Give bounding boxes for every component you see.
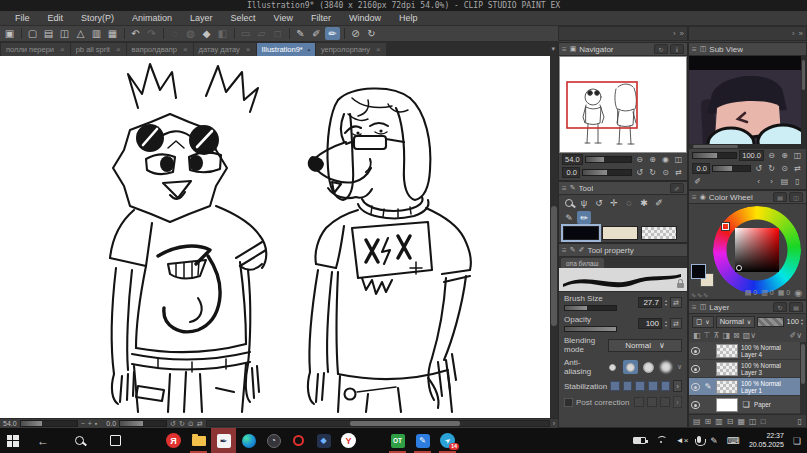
close-icon[interactable]: × [183,45,188,54]
collapsed-panel-strip[interactable]: › » [558,26,688,41]
sub-view-image[interactable] [689,56,806,149]
collapse-all-icon[interactable]: » [680,29,684,38]
sub-view-zoom-slider[interactable] [692,152,737,159]
zoom-out-icon[interactable]: ⊖ [766,151,777,161]
panel-menu-icon[interactable]: ≡ [692,45,697,54]
search-button[interactable] [61,428,97,453]
fill-icon[interactable]: ◆ [199,27,214,40]
navigator-rotation-value[interactable]: 0.0 [562,167,580,178]
zoom-in-icon[interactable]: ⊕ [647,155,658,165]
snap-guide-icon[interactable]: ✏ [325,27,340,40]
canvas-zoom-slider[interactable] [20,420,78,427]
layer-blend-mode-dropdown[interactable]: Normal ∨ [716,316,756,328]
stabilization-expand-button[interactable]: › [673,380,682,392]
rotate-view-icon[interactable]: ↻ [364,27,379,40]
microphone-icon[interactable] [697,436,701,443]
opacity-slider[interactable] [564,326,617,332]
zoom-in-icon[interactable]: ⊕ [779,151,790,161]
visibility-eye-icon[interactable] [691,365,700,373]
menu-file[interactable]: File [6,13,39,23]
import-icon[interactable]: ▥ [89,27,104,40]
yandex-browser-icon[interactable]: Я [161,428,186,453]
set-as-reference-icon[interactable]: ▧∨ [743,331,756,340]
scrollbar-thumb[interactable] [551,206,557,326]
navigator-tab-info-icon[interactable]: ℹ [670,44,684,54]
scrollbar-thumb[interactable] [350,421,459,426]
new-layer-icon[interactable]: ▤ [693,417,701,426]
menu-animation[interactable]: Animation [123,13,181,23]
document-tab[interactable]: датау датау × [194,43,256,56]
rotate-reset-icon[interactable]: ⊙ [188,420,194,428]
post-correction-expand-button[interactable]: › [673,396,682,408]
lock-icon[interactable] [677,283,684,288]
close-icon[interactable]: × [246,45,251,54]
layer-opacity-slider[interactable] [757,317,784,327]
menu-story[interactable]: Story(P) [72,13,123,23]
document-tab[interactable]: уепролорпану × [316,43,386,56]
zoom-out-icon[interactable]: − [81,420,85,427]
rotate-right-icon[interactable]: ↻ [647,168,658,178]
layer-color-dropdown[interactable]: ◻ ∨ [692,316,714,328]
hex-icon[interactable]: ▦ 0 [778,289,790,297]
transfer-layer-icon[interactable]: ⊟ [727,417,734,426]
navigator-zoom-value[interactable]: 54.0 [562,154,583,165]
undo-icon[interactable]: ↶ [128,27,143,40]
layer-thumbnail[interactable] [716,380,738,394]
layer-thumbnail[interactable] [716,362,738,376]
scroll-right-icon[interactable]: › [553,420,555,427]
subtool-pen-icon[interactable]: ✎ [570,246,576,254]
volume-muted-icon[interactable]: ◄× [676,436,689,445]
sub-view-rotation-slider[interactable] [712,165,751,172]
close-icon[interactable]: × [116,45,121,54]
material-frame-icon[interactable]: ▱ [254,27,269,40]
zoom-tool-icon[interactable] [562,196,576,209]
zoom-fit-icon[interactable]: ▪ [95,420,97,427]
canvas-drawing-area[interactable] [0,56,550,418]
move-tool-icon[interactable]: ✛ [607,196,621,209]
tab-overflow-icon[interactable]: ▾ [551,45,555,53]
spin-down-icon[interactable]: ▾ [801,322,803,326]
new-vector-layer-icon[interactable]: ⊞ [705,417,712,426]
saturation-value-marker[interactable] [736,265,742,271]
tool-tab-brush-icon[interactable]: ✐ [670,183,684,193]
next-image-icon[interactable]: › [766,176,777,186]
rotate-reset-icon[interactable]: ⊙ [779,164,790,174]
menu-edit[interactable]: Edit [39,13,73,23]
stabilization-segment[interactable] [648,381,658,391]
anti-aliasing-middle-button[interactable] [641,360,656,374]
saturation-value-square[interactable] [735,228,779,272]
flip-horizontal-icon[interactable]: ⇄ [792,164,803,174]
panel-menu-icon[interactable]: ≡ [692,303,697,312]
new-canvas-icon[interactable]: ▢ [25,27,40,40]
blue-app-icon[interactable]: ◆ [311,428,336,453]
menu-view[interactable]: View [265,13,302,23]
layer-opacity-value[interactable]: 100 [786,317,799,326]
anti-aliasing-strong-button[interactable] [659,360,674,374]
snap-special-ruler-icon[interactable]: ✐ [309,27,324,40]
panel-menu-icon[interactable]: ≡ [562,184,567,193]
hue-marker[interactable] [722,223,729,230]
ruler-icon[interactable]: ✐∨ [789,331,802,340]
rotate-left-icon[interactable]: ↺ [634,168,645,178]
snap-ruler-icon[interactable]: ✎ [293,27,308,40]
draw-on-layer-icon[interactable]: ⊤ [704,331,711,340]
menu-filter[interactable]: Filter [302,13,340,23]
redo-icon[interactable]: ↷ [144,27,159,40]
brush-size-value[interactable]: 27.7 [638,297,662,308]
spin-down-icon[interactable]: ▾ [665,303,667,307]
layer-row[interactable]: 100 % NormalLayer 4 [689,342,806,360]
paint-app-icon[interactable]: ✎ [410,428,435,453]
rgb-icon[interactable]: ▤ 0 [745,289,757,297]
rotate-tool-icon[interactable]: ↺ [592,196,606,209]
navigator-rotation-slider[interactable] [582,169,632,176]
start-button[interactable] [0,428,25,453]
back-button[interactable]: ← [25,428,61,453]
export-icon[interactable]: △ [73,27,88,40]
clip-to-layer-icon[interactable]: ◧ [693,331,701,340]
color-slider-tab-icon[interactable]: ▤ [773,192,787,202]
hsv-icon[interactable]: ▥ 0 [761,289,773,297]
guide-frame-icon[interactable]: □ [270,27,285,40]
rotate-reset-icon[interactable]: ⊙ [660,168,671,178]
menu-help[interactable]: Help [390,13,427,23]
action-center-icon[interactable]: ❏ [793,436,801,446]
